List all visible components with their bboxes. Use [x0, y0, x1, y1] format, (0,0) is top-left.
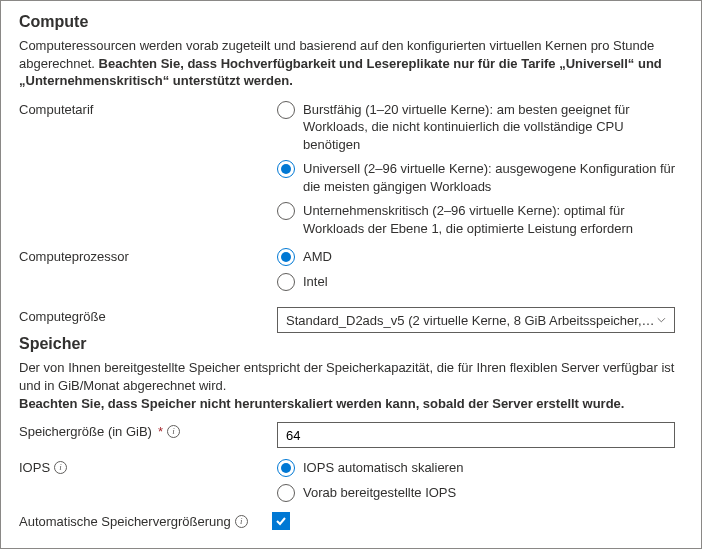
- autogrow-control: [254, 512, 683, 531]
- storage-size-input[interactable]: [277, 422, 675, 448]
- storage-size-label-text: Speichergröße (in GiB): [19, 424, 152, 439]
- storage-size-control: [277, 422, 683, 448]
- storage-desc-plain: Der von Ihnen bereitgestellte Speicher e…: [19, 360, 674, 393]
- compute-size-value: Standard_D2ads_v5 (2 virtuelle Kerne, 8 …: [286, 313, 657, 328]
- required-indicator: *: [158, 424, 163, 439]
- compute-description: Computeressourcen werden vorab zugeteilt…: [19, 37, 683, 90]
- iops-provisioned-text: Vorab bereitgestellte IOPS: [303, 483, 456, 502]
- compute-processor-amd[interactable]: AMD: [277, 247, 683, 266]
- compute-tier-burstable[interactable]: Burstfähig (1–20 virtuelle Kerne): am be…: [277, 100, 683, 154]
- autogrow-checkbox[interactable]: [272, 512, 290, 530]
- autogrow-row: Automatische Speichervergrößerung i: [19, 512, 683, 531]
- autogrow-label: Automatische Speichervergrößerung i: [19, 512, 248, 529]
- iops-options: IOPS automatisch skalieren Vorab bereitg…: [277, 458, 683, 502]
- compute-processor-intel[interactable]: Intel: [277, 272, 683, 291]
- radio-icon: [277, 484, 295, 502]
- iops-autoscale-text: IOPS automatisch skalieren: [303, 458, 463, 477]
- radio-icon: [277, 202, 295, 220]
- compute-processor-amd-text: AMD: [303, 247, 332, 266]
- radio-icon: [277, 273, 295, 291]
- compute-heading: Compute: [19, 13, 683, 31]
- info-icon[interactable]: i: [54, 461, 67, 474]
- compute-tier-label: Computetarif: [19, 100, 277, 117]
- compute-size-control: Standard_D2ads_v5 (2 virtuelle Kerne, 8 …: [277, 307, 683, 333]
- iops-autoscale[interactable]: IOPS automatisch skalieren: [277, 458, 683, 477]
- info-icon[interactable]: i: [235, 515, 248, 528]
- info-icon[interactable]: i: [167, 425, 180, 438]
- compute-processor-label: Computeprozessor: [19, 247, 277, 264]
- compute-tier-general-text: Universell (2–96 virtuelle Kerne): ausge…: [303, 159, 683, 195]
- radio-icon: [277, 101, 295, 119]
- radio-icon: [277, 248, 295, 266]
- chevron-down-icon: [657, 315, 666, 325]
- compute-tier-options: Burstfähig (1–20 virtuelle Kerne): am be…: [277, 100, 683, 238]
- compute-storage-panel: Compute Computeressourcen werden vorab z…: [0, 0, 702, 549]
- radio-icon: [277, 160, 295, 178]
- storage-heading: Speicher: [19, 335, 683, 353]
- storage-size-row: Speichergröße (in GiB) * i: [19, 422, 683, 448]
- compute-processor-intel-text: Intel: [303, 272, 328, 291]
- storage-desc-bold: Beachten Sie, dass Speicher nicht herunt…: [19, 396, 624, 411]
- storage-description: Der von Ihnen bereitgestellte Speicher e…: [19, 359, 683, 412]
- iops-row: IOPS i IOPS automatisch skalieren Vorab …: [19, 458, 683, 502]
- compute-tier-row: Computetarif Burstfähig (1–20 virtuelle …: [19, 100, 683, 238]
- radio-icon: [277, 459, 295, 477]
- iops-label-text: IOPS: [19, 460, 50, 475]
- autogrow-label-text: Automatische Speichervergrößerung: [19, 514, 231, 529]
- iops-provisioned[interactable]: Vorab bereitgestellte IOPS: [277, 483, 683, 502]
- compute-processor-row: Computeprozessor AMD Intel: [19, 247, 683, 291]
- compute-tier-burstable-text: Burstfähig (1–20 virtuelle Kerne): am be…: [303, 100, 683, 154]
- compute-size-row: Computegröße Standard_D2ads_v5 (2 virtue…: [19, 307, 683, 333]
- checkmark-icon: [274, 514, 288, 528]
- compute-size-select[interactable]: Standard_D2ads_v5 (2 virtuelle Kerne, 8 …: [277, 307, 675, 333]
- storage-size-label: Speichergröße (in GiB) * i: [19, 422, 277, 439]
- compute-tier-critical-text: Unternehmenskritisch (2–96 virtuelle Ker…: [303, 201, 683, 237]
- compute-size-label: Computegröße: [19, 307, 277, 324]
- compute-desc-bold: Beachten Sie, dass Hochverfügbarkeit und…: [19, 56, 662, 89]
- compute-tier-critical[interactable]: Unternehmenskritisch (2–96 virtuelle Ker…: [277, 201, 683, 237]
- compute-processor-options: AMD Intel: [277, 247, 683, 291]
- compute-tier-general[interactable]: Universell (2–96 virtuelle Kerne): ausge…: [277, 159, 683, 195]
- iops-label: IOPS i: [19, 458, 277, 475]
